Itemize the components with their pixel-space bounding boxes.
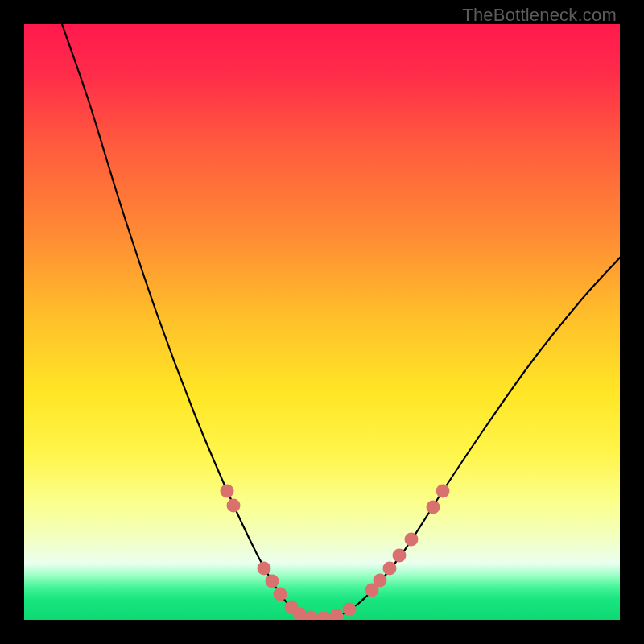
plot-area — [24, 24, 620, 620]
curve-marker — [304, 611, 318, 621]
curve-markers — [221, 485, 450, 621]
curve-marker — [405, 533, 419, 547]
curve-marker — [436, 485, 450, 498]
curve-marker — [266, 575, 279, 588]
curve-marker — [427, 501, 440, 514]
curve-marker — [227, 499, 241, 513]
curve-layer — [24, 24, 620, 620]
curve-marker — [221, 485, 234, 498]
curve-marker — [343, 603, 357, 617]
curve-marker — [393, 549, 407, 563]
curve-marker — [374, 574, 387, 588]
curve-marker — [383, 562, 397, 576]
curve-marker — [274, 588, 287, 601]
curve-marker — [258, 562, 271, 576]
bottleneck-curve — [62, 24, 620, 619]
curve-marker — [317, 612, 331, 621]
chart-frame: TheBottleneck.com — [0, 0, 644, 644]
watermark-text: TheBottleneck.com — [462, 5, 617, 26]
curve-marker — [330, 609, 344, 621]
